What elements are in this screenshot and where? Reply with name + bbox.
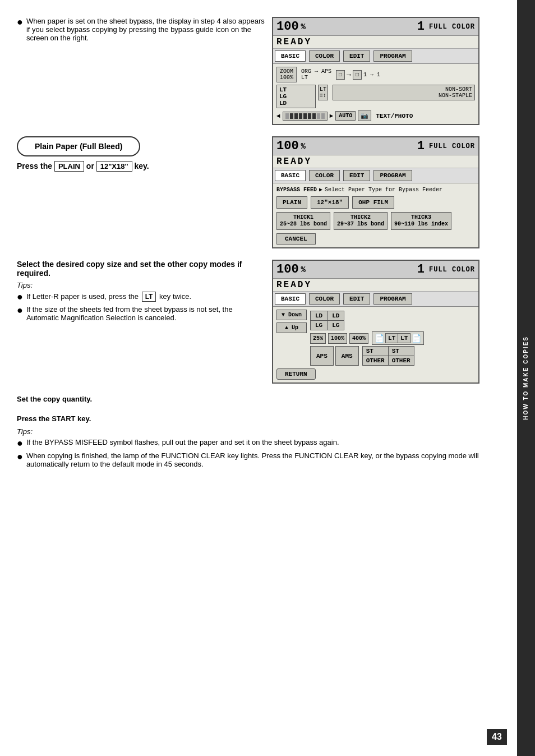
tip-3-2: ● If the size of the sheets fed from the…	[17, 305, 266, 322]
copier-screen-1: 100 % 1 FULL COLOR READY BASIC COLOR EDI…	[272, 17, 479, 125]
tip-3-1: ● If Letter-R paper is used, press the L…	[17, 292, 266, 302]
thick1-btn[interactable]: THICK1 25~28 lbs bond	[276, 212, 330, 230]
orig-sizes: LD LD LG LG	[310, 311, 344, 330]
copy-ld: LD	[328, 311, 344, 320]
return-row: RETURN	[276, 368, 475, 380]
tab-program-3[interactable]: PROGRAM	[373, 293, 412, 305]
bullet-dot-3-2: ●	[17, 305, 23, 315]
cancel-btn[interactable]: CANCEL	[276, 233, 316, 245]
screen-1-copy-icons: □ → □ 1 → 1	[336, 70, 380, 80]
section-3: Select the desired copy size and set the…	[17, 260, 506, 384]
ohp-film-btn[interactable]: OHP FILM	[352, 196, 394, 209]
screen-3-ready: READY	[273, 279, 478, 292]
doc-icon-copy: 📄	[412, 334, 421, 343]
zoom-label: ZOOM	[280, 68, 293, 75]
copy-ratio: 1 → 1	[363, 72, 380, 78]
other-orig: OTHER	[363, 356, 388, 365]
screen-2-pct-sign: %	[301, 142, 306, 151]
tab-color-1[interactable]: COLOR	[309, 50, 340, 62]
tip-text-3-2: If the size of the sheets fed from the s…	[26, 305, 266, 322]
bypass-icon: LT ≡↕	[318, 85, 328, 100]
zoom-pct-row: 25% 100% 400%	[310, 333, 368, 344]
section-1: ● When paper is set on the sheet bypass,…	[17, 17, 506, 125]
screen-1-pct-sign: %	[301, 22, 306, 31]
thick1-sub: 25~28 lbs bond	[280, 221, 327, 228]
zoom-100[interactable]: 100%	[328, 333, 347, 344]
12x18-key: 12"X18"	[96, 161, 132, 172]
auto-btn[interactable]: AUTO	[335, 111, 356, 121]
main-content: ● When paper is set on the sheet bypass,…	[0, 0, 517, 756]
zoom-400[interactable]: 400%	[349, 333, 368, 344]
screen-1-left: LT LG LD LT ≡↕	[276, 85, 328, 108]
set-copy-qty-section: Set the copy quantity.	[17, 395, 506, 403]
screen-2-body: BYPSASS FEED ▶ Select Paper Type for Byp…	[273, 183, 478, 247]
exp-seg-6	[308, 113, 311, 119]
tab-edit-3[interactable]: EDIT	[343, 293, 370, 305]
screen-1-mode: FULL COLOR	[429, 23, 475, 31]
tip-start-text-1: If the BYPASS MISFEED symbol flashes, pu…	[26, 438, 339, 446]
section-1-text: ● When paper is set on the sheet bypass,…	[17, 17, 266, 125]
org-label: ORG →	[301, 68, 318, 75]
bullet-text-1: When paper is set on the sheet bypass, t…	[26, 17, 266, 42]
bullet-dot-start-2: ●	[17, 451, 23, 462]
thick3-sub: 90~110 lbs index	[394, 221, 448, 228]
key-sep: or	[86, 162, 94, 170]
zoom-25[interactable]: 25%	[310, 333, 326, 344]
section-3-heading: Select the desired copy size and set the…	[17, 260, 266, 278]
lt-row: 25% 100% 400% 📄 LT LT	[310, 331, 424, 345]
tab-edit-2[interactable]: EDIT	[343, 170, 370, 181]
screen-1-info-row: ZOOM 100% ORG → APS LT □ → □	[276, 67, 475, 82]
tip-start-2: ● When copying is finished, the lamp of …	[17, 451, 506, 468]
screen-1-org: ORG → APS LT	[301, 68, 331, 81]
exp-seg-4	[299, 113, 302, 119]
st-other-grid: ST ST OTHER OTHER	[362, 346, 414, 366]
screen-1-header: 100 % 1 FULL COLOR	[273, 18, 478, 36]
plain-btn[interactable]: PLAIN	[276, 196, 307, 209]
return-btn[interactable]: RETURN	[276, 368, 316, 380]
paper-tray: LT LG LD	[276, 85, 316, 108]
zoom-val: 100%	[280, 75, 293, 81]
paper-label: APS	[321, 68, 331, 75]
tab-edit-1[interactable]: EDIT	[343, 50, 370, 62]
bullet-dot-1: ●	[17, 17, 23, 27]
right-arrow: ►	[330, 113, 334, 119]
tab-basic-2[interactable]: BASIC	[275, 170, 306, 181]
tab-program-1[interactable]: PROGRAM	[373, 50, 412, 62]
paper-size-lt: LT	[301, 75, 308, 81]
thick2-btn[interactable]: THICK2 29~37 lbs bond	[334, 212, 388, 230]
tab-basic-3[interactable]: BASIC	[275, 293, 306, 305]
up-btn[interactable]: ▲ Up	[276, 322, 307, 333]
thick2-sub: 29~37 lbs bond	[337, 221, 384, 228]
camera-icon: 📷	[358, 110, 371, 121]
screen-3-mode: FULL COLOR	[429, 266, 475, 274]
ams-btn[interactable]: AMS	[335, 346, 359, 366]
aps-btn[interactable]: APS	[310, 346, 334, 366]
bullet-dot-3-1: ●	[17, 292, 23, 302]
exp-seg-8	[317, 113, 320, 119]
bypass-arrow-2: ▶	[319, 186, 322, 193]
section-2: Plain Paper (Full Bleed) Press the PLAIN…	[17, 136, 506, 248]
exp-seg-1	[285, 113, 289, 119]
tab-color-3[interactable]: COLOR	[309, 293, 340, 305]
tray-ld: LD	[279, 100, 287, 107]
12x18-btn[interactable]: 12"×18"	[311, 196, 349, 209]
screen-2-count: 1	[417, 139, 425, 153]
tab-basic-1[interactable]: BASIC	[275, 50, 306, 62]
tab-color-2[interactable]: COLOR	[309, 170, 340, 181]
exposure-bar	[283, 112, 328, 121]
exp-seg-7	[312, 113, 316, 119]
other-copy: OTHER	[389, 356, 414, 365]
screen-1-right: NON-SORT NON-STAPLE	[333, 85, 475, 100]
tab-program-2[interactable]: PROGRAM	[373, 170, 412, 181]
section-2-text: Plain Paper (Full Bleed) Press the PLAIN…	[17, 136, 266, 248]
exp-seg-3	[294, 113, 298, 119]
down-btn[interactable]: ▼ Down	[276, 310, 307, 320]
copier-screen-3: 100 % 1 FULL COLOR READY BASIC COLOR EDI…	[272, 260, 479, 384]
bypass-icon-arrows: ≡↕	[320, 93, 326, 99]
screen-2-percent: 100	[276, 139, 299, 153]
doc-icon-orig: 📄	[375, 334, 384, 343]
thick3-btn[interactable]: THICK3 90~110 lbs index	[391, 212, 451, 230]
bypass-desc: Select Paper Type for Bypass Feeder	[325, 187, 442, 193]
screen-3-percent: 100	[276, 262, 299, 276]
screen-3-header: 100 % 1 FULL COLOR	[273, 261, 478, 279]
